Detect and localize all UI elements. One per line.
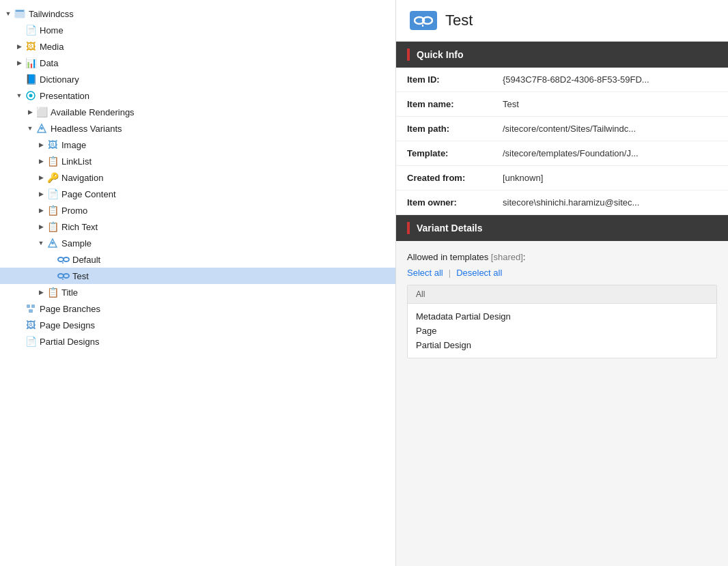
tree-icon-dictionary: 📘 bbox=[25, 73, 37, 85]
tree-toggle-rich-text[interactable] bbox=[36, 221, 46, 232]
tree-item-sample[interactable]: Sample bbox=[0, 235, 395, 251]
template-item-2[interactable]: Partial Design bbox=[416, 338, 708, 352]
info-label-5: Item owner: bbox=[407, 197, 503, 208]
tree-label-title: Title bbox=[61, 287, 78, 298]
template-item-0[interactable]: Metadata Partial Design bbox=[416, 309, 708, 324]
tree-item-rich-text[interactable]: 📋Rich Text bbox=[0, 218, 395, 235]
tree-toggle-tailwindcss[interactable] bbox=[3, 8, 14, 19]
header-icon bbox=[410, 11, 437, 30]
tree-label-default: Default bbox=[72, 255, 100, 265]
tree-icon-available-renderings: ⬜ bbox=[36, 106, 48, 118]
variant-details-header: Variant Details bbox=[396, 215, 728, 241]
tree-label-test: Test bbox=[72, 271, 89, 281]
info-value-0: {5943C7F8-68D2-4306-8F53-59FD... bbox=[503, 74, 649, 85]
tree-icon-linklist: 📋 bbox=[46, 155, 59, 167]
tree-toggle-presentation[interactable] bbox=[14, 90, 25, 101]
info-row-4: Created from:[unknown] bbox=[396, 166, 728, 190]
tree-label-page-content: Page Content bbox=[61, 189, 116, 199]
tree-toggle-title[interactable] bbox=[36, 287, 46, 298]
tree-icon-test bbox=[57, 270, 70, 282]
tree-toggle-media[interactable] bbox=[14, 41, 25, 52]
tree-item-available-renderings[interactable]: ⬜Available Renderings bbox=[0, 104, 395, 120]
tree-icon-rich-text: 📋 bbox=[46, 221, 59, 233]
tree-icon-promo: 📋 bbox=[46, 204, 59, 216]
page-header: Test bbox=[396, 0, 728, 42]
tree-item-page-designs[interactable]: 🖼Page Designs bbox=[0, 317, 395, 333]
info-row-1: Item name:Test bbox=[396, 92, 728, 117]
tree-toggle-linklist[interactable] bbox=[36, 156, 46, 167]
tree-icon-partial-designs: 📄 bbox=[25, 335, 37, 348]
quick-info-grid: Item ID:{5943C7F8-68D2-4306-8F53-59FD...… bbox=[396, 68, 728, 215]
tree-item-tailwindcss[interactable]: Tailwindcss bbox=[0, 5, 395, 22]
tree-container: Tailwindcss📄Home🖼Media📊Data📘DictionaryPr… bbox=[0, 5, 395, 350]
info-value-4: [unknown] bbox=[503, 173, 543, 183]
tree-toggle-image[interactable] bbox=[36, 139, 46, 150]
info-value-2: /sitecore/content/Sites/Tailwindc... bbox=[503, 124, 636, 134]
svg-point-12 bbox=[64, 274, 69, 278]
tree-item-dictionary[interactable]: 📘Dictionary bbox=[0, 71, 395, 87]
tree-item-promo[interactable]: 📋Promo bbox=[0, 202, 395, 218]
tree-item-title[interactable]: 📋Title bbox=[0, 284, 395, 300]
tree-item-default[interactable]: Default bbox=[0, 251, 395, 268]
tree-toggle-navigation[interactable] bbox=[36, 172, 46, 183]
tree-icon-tailwindcss bbox=[14, 8, 26, 20]
tree-panel: Tailwindcss📄Home🖼Media📊Data📘DictionaryPr… bbox=[0, 0, 396, 566]
tree-toggle-headless-variants[interactable] bbox=[25, 123, 36, 134]
select-all-link[interactable]: Select all bbox=[407, 268, 443, 278]
tree-label-page-branches: Page Branches bbox=[40, 304, 100, 314]
tree-label-media: Media bbox=[40, 42, 64, 52]
tree-toggle-data[interactable] bbox=[14, 57, 25, 68]
info-row-2: Item path:/sitecore/content/Sites/Tailwi… bbox=[396, 117, 728, 141]
svg-point-9 bbox=[64, 257, 69, 261]
tree-icon-default bbox=[57, 253, 70, 266]
templates-list-header: All bbox=[408, 285, 716, 304]
tree-item-media[interactable]: 🖼Media bbox=[0, 38, 395, 55]
tree-toggle-page-content[interactable] bbox=[36, 188, 46, 199]
info-value-3: /sitecore/templates/Foundation/J... bbox=[503, 148, 639, 158]
tree-toggle-available-renderings[interactable] bbox=[25, 107, 36, 117]
page-title: Test bbox=[445, 12, 473, 29]
tree-item-image[interactable]: 🖼Image bbox=[0, 137, 395, 153]
right-panel: Test Quick Info Item ID:{5943C7F8-68D2-4… bbox=[396, 0, 728, 566]
svg-point-5 bbox=[40, 127, 43, 130]
info-value-5: sitecore\shinichi.haramizu@sitec... bbox=[503, 197, 639, 208]
tree-item-data[interactable]: 📊Data bbox=[0, 55, 395, 71]
tree-toggle-sample[interactable] bbox=[36, 238, 46, 249]
tree-icon-home: 📄 bbox=[25, 24, 37, 36]
template-item-1[interactable]: Page bbox=[416, 324, 708, 338]
tree-item-page-content[interactable]: 📄Page Content bbox=[0, 186, 395, 202]
tree-label-available-renderings: Available Renderings bbox=[51, 107, 135, 117]
tree-label-dictionary: Dictionary bbox=[40, 74, 79, 85]
tree-label-data: Data bbox=[40, 58, 58, 68]
tree-item-test[interactable]: Test bbox=[0, 268, 395, 284]
tree-icon-data: 📊 bbox=[25, 57, 37, 69]
tree-icon-page-content: 📄 bbox=[46, 188, 59, 200]
tree-icon-headless-variants bbox=[36, 122, 48, 135]
tree-item-presentation[interactable]: Presentation bbox=[0, 87, 395, 104]
tree-item-partial-designs[interactable]: 📄Partial Designs bbox=[0, 333, 395, 350]
tree-icon-media: 🖼 bbox=[25, 40, 37, 53]
info-label-3: Template: bbox=[407, 148, 503, 158]
shared-tag: [shared] bbox=[491, 252, 523, 262]
deselect-all-link[interactable]: Deselect all bbox=[456, 268, 502, 278]
tree-item-linklist[interactable]: 📋LinkList bbox=[0, 153, 395, 169]
tree-toggle-promo[interactable] bbox=[36, 205, 46, 216]
variant-details-section: Variant Details Allowed in templates [sh… bbox=[396, 215, 728, 369]
info-row-3: Template:/sitecore/templates/Foundation/… bbox=[396, 141, 728, 166]
info-label-1: Item name: bbox=[407, 99, 503, 109]
tree-item-navigation[interactable]: 🔑Navigation bbox=[0, 169, 395, 186]
templates-list-body: Metadata Partial DesignPagePartial Desig… bbox=[408, 304, 716, 358]
tree-icon-navigation: 🔑 bbox=[46, 171, 59, 184]
tree-item-page-branches[interactable]: Page Branches bbox=[0, 300, 395, 317]
tree-label-promo: Promo bbox=[61, 206, 87, 216]
tree-icon-image: 🖼 bbox=[46, 139, 59, 151]
tree-icon-page-designs: 🖼 bbox=[25, 319, 37, 331]
tree-item-home[interactable]: 📄Home bbox=[0, 22, 395, 38]
svg-point-8 bbox=[58, 257, 64, 261]
svg-point-7 bbox=[51, 242, 54, 244]
svg-rect-16 bbox=[29, 309, 33, 313]
info-row-5: Item owner:sitecore\shinichi.haramizu@si… bbox=[396, 190, 728, 215]
tree-icon-presentation bbox=[25, 89, 37, 102]
tree-item-headless-variants[interactable]: Headless Variants bbox=[0, 120, 395, 137]
tree-label-partial-designs: Partial Designs bbox=[40, 337, 99, 347]
